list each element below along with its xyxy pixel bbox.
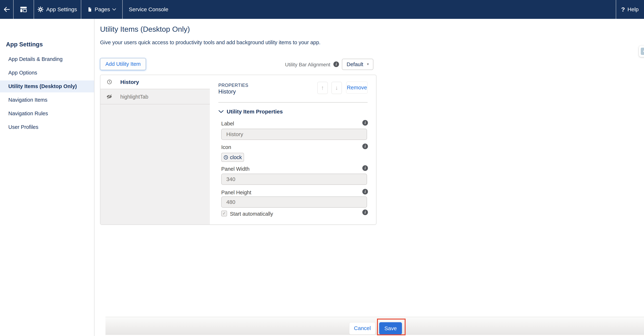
pages-label: Pages [94,6,110,13]
arrow-up-icon: ↑ [321,84,324,91]
properties-item-name: History [218,88,236,95]
arrow-down-icon: ↓ [335,84,338,91]
icon-value: clock [230,154,242,160]
page-layout-icon [20,6,27,13]
panel-width-input[interactable] [221,174,367,185]
cancel-button[interactable]: Cancel [349,322,376,334]
remove-button[interactable]: Remove [346,82,368,94]
app-name-text: Service Console [129,6,168,13]
app-name-label: Service Console [129,0,168,19]
eye-slash-icon [106,94,112,99]
icon-field-label: Icon [221,144,231,150]
utility-bar-alignment-label: Utility Bar Alignment [268,62,330,68]
alignment-dropdown[interactable]: Default ▼ [342,59,374,70]
caret-down-icon: ▼ [366,63,370,66]
tab-app-settings[interactable]: App Settings [34,0,81,19]
start-automatically-info-icon[interactable]: i [362,210,368,215]
chevron-left-icon [641,48,644,55]
label-info-icon[interactable]: i [362,120,368,126]
start-automatically-label: Start automatically [230,211,273,217]
label-field-input[interactable] [221,129,367,140]
app-settings-label: App Settings [46,6,77,13]
help-label: Help [628,6,639,13]
label-field-label: Label [221,121,234,127]
panel-height-input[interactable] [221,197,367,208]
icon-picker-chip[interactable]: clock [221,153,244,162]
tab-pages[interactable]: Pages [81,0,122,19]
utility-list-item-highlighttab[interactable]: highlightTab [100,89,210,104]
top-navbar: App Settings Pages Service Console ? Hel… [0,0,644,19]
utility-item-label: History [120,79,139,85]
checkmark-icon: ✓ [222,211,226,216]
sidebar-item-navigation-rules[interactable]: Navigation Rules [0,110,94,117]
sidebar-item-navigation-items[interactable]: Navigation Items [0,96,94,103]
chevron-down-icon [112,8,116,11]
utility-item-label: highlightTab [120,94,148,100]
clock-icon [107,79,112,85]
sidebar-item-utility-items[interactable]: Utility Items (Desktop Only) [0,83,94,90]
alignment-selected-value: Default [346,61,366,67]
back-arrow-icon [3,6,10,13]
panel-width-label: Panel Width [221,166,250,172]
navbar-divider [122,0,123,19]
gear-icon [38,6,44,13]
expand-panel-button[interactable] [639,46,644,57]
start-automatically-checkbox[interactable]: ✓ [221,211,227,216]
add-utility-item-button[interactable]: Add Utility Item [100,58,146,70]
sidebar-item-user-profiles[interactable]: User Profiles [0,124,94,130]
lightning-app-builder-button[interactable] [14,0,34,19]
panel-height-label: Panel Height [221,190,251,196]
sidebar-item-app-options[interactable]: App Options [0,69,94,76]
section-title: Utility Item Properties [227,109,283,115]
panel-width-info-icon[interactable]: i [362,165,368,171]
help-button[interactable]: ? Help [616,0,644,19]
page-icon [87,7,92,12]
app-builder-window: App Settings Pages Service Console ? Hel… [0,0,644,336]
alignment-info-icon[interactable]: i [334,61,339,67]
page-description: Give your users quick access to producti… [100,40,320,46]
page-title: Utility Items (Desktop Only) [100,25,190,34]
utility-list-item-history[interactable]: History [100,75,210,89]
save-button[interactable]: Save [379,322,402,334]
utility-items-panel: History highlightTab PROPERTIES History … [100,75,376,225]
back-button[interactable] [0,0,13,19]
sidebar-heading: App Settings [6,41,43,48]
help-icon: ? [621,6,625,13]
app-settings-sidebar: App Settings App Details & Branding App … [0,19,94,336]
utility-item-properties-accordion[interactable]: Utility Item Properties [218,108,283,115]
clock-icon [224,155,228,160]
properties-header: PROPERTIES [218,83,248,88]
properties-divider [218,102,368,103]
chevron-down-icon [218,110,224,113]
move-down-button[interactable]: ↓ [332,82,342,94]
sidebar-item-app-details-branding[interactable]: App Details & Branding [0,56,94,63]
move-up-button[interactable]: ↑ [317,82,328,94]
icon-info-icon[interactable]: i [362,143,368,149]
panel-height-info-icon[interactable]: i [362,189,368,195]
